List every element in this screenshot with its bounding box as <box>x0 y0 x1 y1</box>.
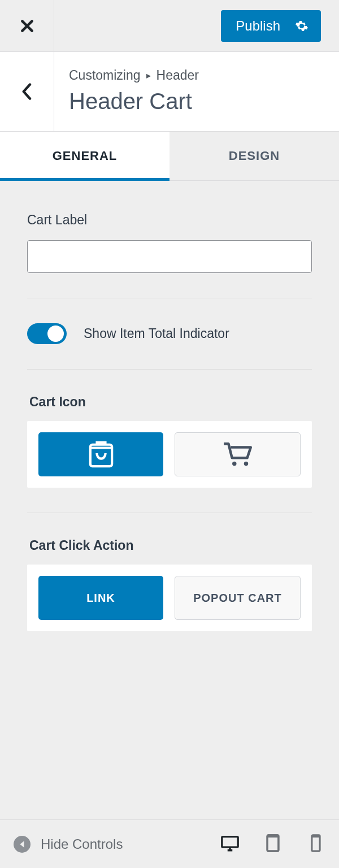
device-tablet[interactable] <box>263 834 282 855</box>
cart-label-input[interactable] <box>27 240 312 273</box>
collapse-icon <box>14 836 31 853</box>
cart-icon <box>221 440 254 468</box>
page-title: Header Cart <box>69 89 199 114</box>
breadcrumb-root: Customizing <box>69 68 141 83</box>
toggle-label: Show Item Total Indicator <box>84 326 229 341</box>
back-button[interactable] <box>0 52 54 131</box>
device-desktop[interactable] <box>220 834 240 869</box>
close-button[interactable] <box>0 0 54 51</box>
top-bar: Publish <box>0 0 339 52</box>
hide-controls-button[interactable]: Hide Controls <box>14 836 123 853</box>
divider <box>27 513 312 513</box>
divider <box>27 298 312 298</box>
breadcrumb-separator-icon: ▸ <box>146 70 151 81</box>
publish-wrap: Publish <box>221 0 339 51</box>
chevron-left-icon <box>21 83 33 100</box>
mobile-icon <box>306 834 325 853</box>
cart-click-action-options: LINK POPOUT CART <box>27 565 312 631</box>
breadcrumb: Customizing ▸ Header <box>69 68 199 83</box>
toggle-knob <box>47 326 64 342</box>
svg-rect-5 <box>267 835 279 850</box>
show-item-total-toggle[interactable] <box>27 323 67 344</box>
svg-rect-4 <box>267 835 279 850</box>
publish-label: Publish <box>236 18 280 34</box>
cart-icon-options <box>27 421 312 488</box>
svg-rect-6 <box>312 835 320 850</box>
close-icon <box>20 19 34 33</box>
click-action-popout[interactable]: POPOUT CART <box>175 576 301 620</box>
device-mobile[interactable] <box>306 834 325 855</box>
tab-design[interactable]: DESIGN <box>169 132 339 180</box>
bag-icon <box>88 440 114 469</box>
svg-point-1 <box>232 462 236 466</box>
desktop-icon <box>220 834 240 853</box>
tab-general[interactable]: GENERAL <box>0 132 169 181</box>
footer-bar: Hide Controls <box>0 819 339 868</box>
tabs: GENERAL DESIGN <box>0 132 339 181</box>
gear-icon[interactable] <box>295 19 308 33</box>
divider <box>27 369 312 370</box>
breadcrumb-section: Header <box>157 68 199 83</box>
device-preview-switcher <box>220 834 325 855</box>
hide-controls-label: Hide Controls <box>41 836 123 852</box>
cart-icon-option-cart[interactable] <box>175 432 301 476</box>
cart-label-title: Cart Label <box>27 212 312 228</box>
cart-icon-option-bag[interactable] <box>38 432 163 476</box>
cart-icon-title: Cart Icon <box>27 394 312 410</box>
svg-point-2 <box>244 462 247 466</box>
toggle-row: Show Item Total Indicator <box>27 323 312 344</box>
publish-button[interactable]: Publish <box>221 10 321 42</box>
tablet-icon <box>263 834 282 853</box>
svg-rect-3 <box>222 836 238 847</box>
panel-header: Customizing ▸ Header Header Cart <box>0 52 339 132</box>
cart-click-action-title: Cart Click Action <box>27 538 312 553</box>
panel-content: Cart Label Show Item Total Indicator Car… <box>0 181 339 819</box>
click-action-link[interactable]: LINK <box>38 576 163 620</box>
